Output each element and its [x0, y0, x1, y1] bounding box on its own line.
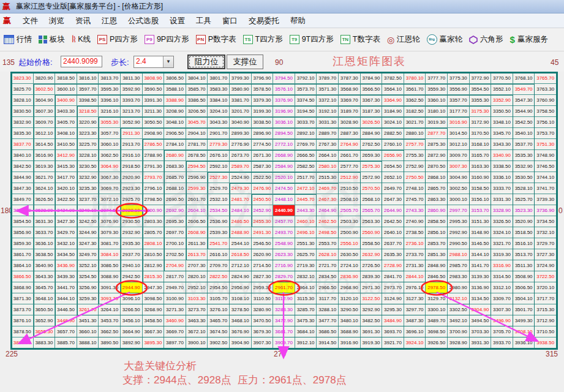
matrix-cell[interactable]: 3151.30: [470, 216, 492, 227]
matrix-cell[interactable]: 2575.30: [361, 161, 383, 172]
matrix-cell[interactable]: 3700.90: [448, 326, 470, 337]
matrix-cell[interactable]: 2704.90: [164, 260, 186, 271]
matrix-cell[interactable]: 2462.50: [317, 216, 339, 227]
matrix-cell[interactable]: 2455.30: [252, 216, 274, 227]
matrix-cell[interactable]: 2980.90: [448, 282, 470, 293]
matrix-cell[interactable]: 3002.50: [448, 183, 470, 194]
toolbar-button-T数字表[interactable]: TNT数字表: [340, 34, 380, 45]
matrix-cell[interactable]: 2522.50: [252, 172, 274, 183]
toolbar-button-9P四方形[interactable]: P99P四方形: [145, 34, 189, 45]
matrix-cell[interactable]: 3237.70: [77, 194, 99, 205]
matrix-cell[interactable]: 3266.50: [121, 304, 143, 315]
matrix-cell[interactable]: 3508.90: [513, 271, 535, 282]
matrix-cell[interactable]: 3638.50: [34, 249, 56, 260]
matrix-cell[interactable]: 3734.50: [535, 216, 557, 227]
matrix-cell[interactable]: 2443.30: [295, 205, 317, 216]
matrix-cell[interactable]: 2472.10: [295, 183, 317, 194]
matrix-cell[interactable]: 3285.70: [295, 304, 317, 315]
matrix-cell[interactable]: 3189.70: [339, 106, 361, 117]
matrix-cell[interactable]: 3136.90: [470, 282, 492, 293]
matrix-cell[interactable]: 2971.30: [361, 282, 383, 293]
matrix-cell[interactable]: 3756.10: [535, 117, 557, 128]
matrix-cell[interactable]: 3076.90: [99, 216, 121, 227]
matrix-cell[interactable]: 3117.70: [317, 293, 339, 304]
matrix-cell[interactable]: 3259.30: [77, 293, 99, 304]
matrix-cell[interactable]: 3739.30: [535, 194, 557, 205]
matrix-cell[interactable]: 2810.50: [143, 249, 165, 260]
matrix-cell[interactable]: 3096.10: [121, 293, 143, 304]
matrix-cell[interactable]: 3698.50: [426, 326, 448, 337]
matrix-cell[interactable]: 2961.70: [273, 282, 295, 293]
matrix-cell[interactable]: 3806.50: [164, 73, 186, 84]
matrix-cell[interactable]: 3592.90: [121, 84, 143, 95]
matrix-cell[interactable]: 3938.50: [535, 337, 557, 349]
matrix-cell[interactable]: 3840.10: [12, 150, 34, 161]
matrix-cell[interactable]: 3040.90: [230, 117, 252, 128]
matrix-cell[interactable]: 2935.30: [121, 238, 143, 249]
matrix-cell[interactable]: 2827.30: [252, 271, 274, 282]
matrix-cell[interactable]: 2944.90: [121, 282, 143, 293]
matrix-cell[interactable]: 2904.10: [186, 128, 208, 139]
matrix-cell[interactable]: 2788.90: [143, 150, 165, 161]
matrix-cell[interactable]: 2479.30: [230, 183, 252, 194]
matrix-cell[interactable]: 3518.50: [513, 227, 535, 238]
matrix-cell[interactable]: 2990.50: [448, 238, 470, 249]
matrix-cell[interactable]: 2577.70: [339, 161, 361, 172]
matrix-cell[interactable]: 3398.50: [77, 95, 99, 106]
matrix-cell[interactable]: 3312.10: [491, 282, 513, 293]
matrix-cell[interactable]: 3302.50: [448, 304, 470, 315]
matrix-cell[interactable]: 3933.70: [491, 337, 513, 349]
matrix-cell[interactable]: 3722.50: [535, 271, 557, 282]
matrix-cell[interactable]: 2481.70: [230, 194, 252, 205]
matrix-cell[interactable]: 3324.10: [491, 227, 513, 238]
matrix-cell[interactable]: 3830.50: [12, 106, 34, 117]
matrix-cell[interactable]: 3849.70: [12, 194, 34, 205]
matrix-cell[interactable]: 3043.30: [208, 117, 230, 128]
matrix-cell[interactable]: 3885.70: [55, 337, 77, 349]
matrix-cell[interactable]: 2476.90: [252, 183, 274, 194]
matrix-cell[interactable]: 3410.50: [55, 139, 77, 150]
matrix-cell[interactable]: 3799.30: [230, 73, 252, 84]
matrix-cell[interactable]: 3016.90: [448, 117, 470, 128]
matrix-cell[interactable]: 2637.70: [382, 238, 404, 249]
matrix-cell[interactable]: 3086.50: [99, 260, 121, 271]
support-button[interactable]: 支撑位: [227, 55, 263, 69]
matrix-cell[interactable]: 3247.30: [77, 238, 99, 249]
matrix-cell[interactable]: 3427.30: [55, 216, 77, 227]
matrix-cell[interactable]: 3676.90: [230, 326, 252, 337]
matrix-cell[interactable]: 2498.50: [317, 227, 339, 238]
matrix-cell[interactable]: 3787.30: [339, 73, 361, 84]
matrix-cell[interactable]: 3388.90: [164, 95, 186, 106]
toolbar-button-T四方形[interactable]: TST四方形: [243, 34, 283, 45]
matrix-cell[interactable]: 2668.90: [273, 150, 295, 161]
menu-item-交易委托[interactable]: 交易委托: [243, 15, 285, 26]
matrix-cell[interactable]: 3792.10: [295, 73, 317, 84]
matrix-cell[interactable]: 3828.10: [12, 95, 34, 106]
matrix-cell[interactable]: 3391.30: [143, 95, 165, 106]
matrix-cell[interactable]: 3134.50: [470, 293, 492, 304]
matrix-cell[interactable]: 3355.30: [470, 95, 492, 106]
matrix-cell[interactable]: 3818.50: [55, 73, 77, 84]
matrix-cell[interactable]: 2803.30: [143, 216, 165, 227]
matrix-cell[interactable]: 2719.30: [295, 260, 317, 271]
matrix-cell[interactable]: 3350.50: [491, 106, 513, 117]
matrix-cell[interactable]: 3626.50: [34, 194, 56, 205]
matrix-cell[interactable]: 3914.50: [317, 337, 339, 349]
matrix-cell[interactable]: 3060.10: [99, 139, 121, 150]
matrix-cell[interactable]: 3873.70: [12, 304, 34, 315]
matrix-cell[interactable]: 3883.30: [34, 337, 56, 349]
matrix-cell[interactable]: 2551.30: [295, 238, 317, 249]
matrix-cell[interactable]: 3648.10: [34, 293, 56, 304]
matrix-cell[interactable]: 2724.10: [339, 260, 361, 271]
matrix-cell[interactable]: 2805.70: [143, 227, 165, 238]
matrix-cell[interactable]: 3650.50: [34, 304, 56, 315]
matrix-cell[interactable]: 3746.50: [535, 161, 557, 172]
matrix-cell[interactable]: 2947.30: [143, 282, 165, 293]
matrix-cell[interactable]: 3348.10: [491, 117, 513, 128]
matrix-cell[interactable]: 2628.10: [317, 249, 339, 260]
matrix-cell[interactable]: 3844.90: [12, 172, 34, 183]
matrix-cell[interactable]: 3616.90: [34, 150, 56, 161]
matrix-cell[interactable]: 3400.90: [55, 95, 77, 106]
matrix-cell[interactable]: 3547.30: [513, 95, 535, 106]
matrix-cell[interactable]: 3823.30: [12, 73, 34, 84]
